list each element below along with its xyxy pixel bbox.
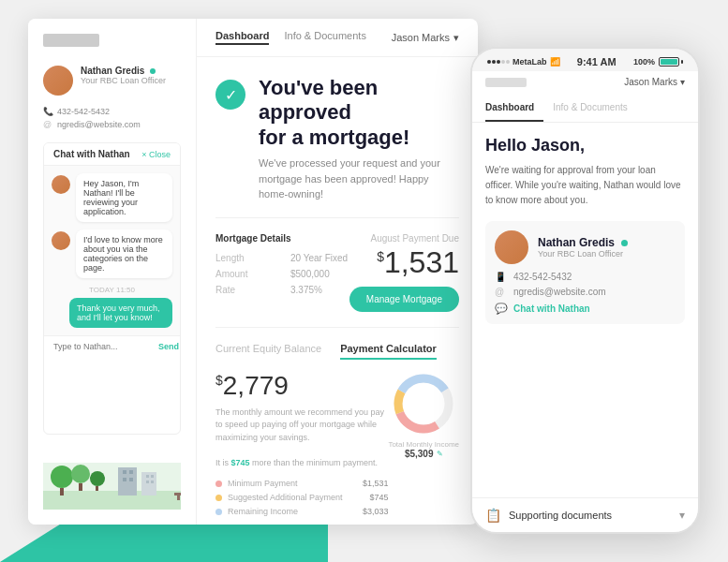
email-icon: @ [43,120,52,129]
mobile-officer-name: Nathan Gredis [538,236,628,249]
mortgage-details: Mortgage Details Length 20 Year Fixed Am… [215,233,348,301]
approval-text: You've been approved for a mortgage! We'… [259,76,459,202]
payment-item-minimum: Minimum Payment $1,531 [215,479,388,488]
dot-additional [215,495,222,501]
signal-dot-5 [506,60,510,64]
svg-rect-5 [79,483,82,491]
chevron-down-icon: ▾ [453,32,459,44]
mobile-body: Hello Jason, We're waiting for approval … [472,123,698,497]
mobile-online-dot [621,240,628,246]
mobile-phone-icon: 📱 [495,272,508,282]
user-message-row: Thank you very much, and I'll let you kn… [52,298,172,328]
payment-due: August Payment Due $1,531 Manage Mortgag… [349,233,459,312]
tab-info-documents[interactable]: Info & Documents [284,30,365,45]
donut-wrapper: Total Monthly Income $5,309 ✎ [388,371,459,459]
chat-input-area[interactable]: Send [44,335,180,357]
svg-rect-18 [174,493,181,495]
equity-description: The monthly amount we recommend you pay … [215,407,388,470]
chat-message-2: I'd love to know more about you via the … [52,229,172,278]
signal-dot-1 [487,60,491,64]
payment-item-additional: Suggested Additional Payment $745 [215,493,388,502]
main-header: Dashboard Info & Documents Jason Marks ▾ [197,19,478,57]
checkmark-icon: ✓ [225,86,237,104]
svg-rect-3 [60,488,64,495]
mobile-carrier: MetaLab 📶 [487,57,560,67]
payment-list: Minimum Payment $1,531 Suggested Additio… [215,479,388,516]
main-content: Dashboard Info & Documents Jason Marks ▾… [197,19,478,525]
mobile-chevron-down-icon: ▾ [680,77,685,87]
label-minimum: Minimum Payment [228,479,363,488]
signal-dot-4 [501,60,505,64]
battery-fill [661,59,677,65]
main-tabs: Dashboard Info & Documents [215,30,366,45]
chat-send-button[interactable]: Send [158,342,179,351]
detail-amount: Amount $500,000 [215,269,348,279]
mobile-tab-dashboard[interactable]: Dashboard [485,95,543,122]
mobile-status-bar: MetaLab 📶 9:41 AM 100% [472,49,698,71]
edit-income-button[interactable]: ✎ [437,450,443,458]
svg-rect-16 [146,481,149,483]
donut-chart-svg [391,371,456,436]
chat-title: Chat with Nathan [53,149,130,159]
svg-rect-1 [43,491,181,510]
sidebar: Nathan Gredis Your RBC Loan Officer 📞 43… [28,19,197,525]
user-name-header[interactable]: Jason Marks ▾ [392,32,459,44]
payment-amount: $1,531 [349,247,459,277]
sidebar-logo [43,34,181,47]
value-additional: $745 [369,493,388,502]
chat-avatar [52,175,70,194]
mobile-docs-left: 📋 Supporting documents [485,508,612,523]
mortgage-details-heading: Mortgage Details [215,233,348,244]
mobile-phone-contact: 📱 432-542-5432 [495,272,676,282]
mobile-officer-avatar [495,230,528,264]
svg-rect-9 [123,470,126,474]
equity-highlight: $745 [231,458,250,467]
chat-timestamp: TODAY 11:50 [52,286,172,294]
equity-amount: $2,779 [215,371,388,401]
equity-tabs: Current Equity Balance Payment Calculato… [215,343,459,360]
manage-mortgage-button[interactable]: Manage Mortgage [349,287,459,312]
equity-row: $2,779 The monthly amount we recommend y… [215,371,459,522]
wifi-icon: 📶 [550,57,560,67]
docs-chevron-down-icon: ▾ [679,509,685,522]
donut-title: Total Monthly Income [388,440,459,449]
mobile-tab-info[interactable]: Info & Documents [553,95,636,122]
chat-close-button[interactable]: × Close [141,150,171,159]
illustration-svg [43,435,181,510]
mobile-header: Jason Marks ▾ [472,71,698,95]
svg-rect-7 [96,486,98,491]
mobile-user-dropdown[interactable]: Jason Marks ▾ [624,77,685,87]
tab-equity-balance[interactable]: Current Equity Balance [215,343,321,360]
battery-tip [681,60,683,64]
chat-header: Chat with Nathan × Close [44,143,180,166]
approval-title: You've been approved for a mortgage! [259,76,459,150]
svg-rect-15 [151,475,154,478]
svg-rect-14 [146,475,149,478]
label-additional: Suggested Additional Payment [228,493,369,502]
mobile-officer-title: Your RBC Loan Officer [538,249,628,259]
user-chat-bubble: Thank you very much, and I'll let you kn… [69,298,172,328]
mobile-officer-info: Nathan Gredis Your RBC Loan Officer [538,236,628,259]
mobile-chat-link[interactable]: 💬 Chat with Nathan [495,303,676,315]
chat-bubble-1: Hey Jason, I'm Nathan! I'll be reviewing… [76,173,172,222]
chat-input[interactable] [53,342,158,351]
value-minimum: $1,531 [363,479,389,488]
phone-icon: 📞 [43,107,52,116]
mobile-email-contact: @ ngredis@website.com [495,287,676,297]
svg-rect-17 [151,481,154,483]
tab-dashboard[interactable]: Dashboard [215,30,269,45]
tab-payment-calculator[interactable]: Payment Calculator [340,343,437,360]
svg-rect-10 [129,470,133,474]
approval-subtitle: We've processed your request and your mo… [259,155,459,202]
dot-remaining [215,509,222,515]
mobile-docs-section[interactable]: 📋 Supporting documents ▾ [472,497,698,532]
sidebar-illustration [43,435,181,510]
mobile-greeting: Hello Jason, [485,136,685,155]
main-body: ✓ You've been approved for a mortgage! W… [197,57,478,525]
mobile-battery: 100% [633,57,683,67]
mobile-email-icon: @ [495,287,508,297]
desktop-panel: Nathan Gredis Your RBC Loan Officer 📞 43… [28,19,478,525]
svg-rect-8 [118,467,137,495]
payment-due-label: August Payment Due [349,233,459,244]
check-circle: ✓ [215,80,245,110]
